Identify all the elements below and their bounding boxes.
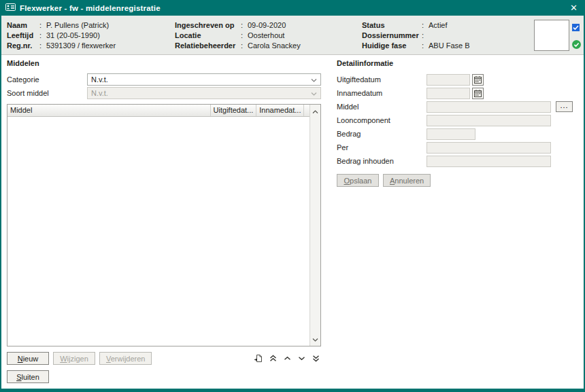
uitgiftedatum-calendar-button[interactable] [472,74,484,86]
bedrag-label: Bedrag [337,130,427,138]
wijzigen-button[interactable]: Wijzigen [53,352,95,365]
categorie-select[interactable]: N.v.t. [87,73,321,86]
uitgiftedatum-input[interactable] [427,74,470,86]
innamedatum-calendar-button[interactable] [472,88,484,99]
header-row-relatiebeheerder: Relatiebeheerder : Carola Snackey [175,41,362,51]
categorie-row: Categorie N.v.t. [7,73,321,86]
uitgiftedatum-label: Uitgiftedatum [337,75,427,84]
looncomponent-label: Looncomponent [337,116,427,124]
regnr-label: Reg.nr. [7,41,39,50]
photo-placeholder [534,20,569,51]
sluiten-button[interactable]: Sluiten [7,370,49,383]
column-header-filler [304,105,310,116]
middelen-table-body[interactable] [7,117,320,346]
locatie-value: Oosterhout [248,31,284,39]
soort-middel-label: Soort middel [7,89,87,97]
dossiernummer-label: Dossiernummer [362,31,422,39]
separator: : [422,41,429,50]
flexwerker-card-icon [5,3,16,12]
close-icon[interactable]: ✕ [570,3,578,12]
naam-label: Naam [7,21,39,29]
double-chevron-down-icon[interactable] [312,355,320,362]
looncomponent-row: Looncomponent [337,113,573,127]
column-header-uitgiftedatum[interactable]: Uitgiftedat... [211,105,257,116]
column-header-innamedatum[interactable]: Innamedat... [256,105,304,116]
verwijderen-button[interactable]: Verwijderen [99,352,152,365]
looncomponent-input[interactable] [427,115,551,126]
chevron-down-nav-icon[interactable] [298,355,305,362]
double-chevron-up-icon[interactable] [269,355,277,362]
header-row-status: Status : Actief [362,20,518,30]
wijzigen-label: Wijzigen [60,355,88,363]
bedrag-inhouden-input[interactable] [427,156,551,167]
status-value: Actief [429,21,448,29]
row-navigation-icons [254,354,321,363]
ingeschreven-label: Ingeschreven op [175,21,241,29]
bedrag-input[interactable] [427,128,475,140]
middelen-table: Middel Uitgiftedat... Innamedat... [7,104,321,346]
middel-label: Middel [337,103,427,111]
relatiebeheerder-value: Carola Snackey [248,41,301,50]
detail-buttons-row: Opslaan Annuleren [337,174,573,187]
huidige-fase-label: Huidige fase [362,41,422,50]
separator: : [422,31,429,39]
header-column-3: Status : Actief Dossiernummer : Huidige … [362,20,518,51]
header-right [534,20,581,51]
scroll-up-icon[interactable] [312,107,318,115]
annuleren-button[interactable]: Annuleren [383,174,431,187]
state-icons [572,20,581,51]
per-row: Per [337,141,573,154]
nieuw-button[interactable]: Nieuw [7,352,49,365]
header-row-regnr: Reg.nr. : 5391309 / flexwerker [7,41,175,51]
annuleren-label: Annuleren [390,177,424,185]
flexwerker-window: Flexwerker - fw - middelenregistratie ✕ … [0,0,585,392]
naam-value: P. Pullens (Patrick) [46,21,109,29]
table-scrollbar[interactable] [310,105,320,346]
categorie-selected-value: N.v.t. [91,75,311,84]
main-area: Middelen Categorie N.v.t. Soort middel N… [1,55,584,389]
chevron-up-icon[interactable] [284,355,291,362]
innamedatum-label: Innamedatum [337,89,427,97]
bedrag-inhouden-row: Bedrag inhouden [337,154,573,168]
detail-panel: Detailinformatie Uitgiftedatum [337,59,573,383]
innamedatum-input[interactable] [427,88,470,99]
middel-input[interactable] [427,101,551,113]
leeftijd-label: Leeftijd [7,31,39,39]
locatie-label: Locatie [175,31,241,39]
bedrag-row: Bedrag [337,127,573,141]
header-column-2: Ingeschreven op : 09-09-2020 Locatie : O… [175,20,362,51]
separator: : [39,41,46,50]
opslaan-button[interactable]: Opslaan [337,174,379,187]
bedrag-inhouden-label: Bedrag inhouden [337,157,427,165]
selected-checkbox[interactable] [572,24,581,33]
separator: : [422,21,429,29]
opslaan-label: Opslaan [344,177,372,185]
innamedatum-row: Innamedatum [337,86,573,100]
middelen-panel: Middelen Categorie N.v.t. Soort middel N… [7,59,321,383]
soort-middel-row: Soort middel N.v.t. [7,86,321,100]
scroll-down-icon[interactable] [312,335,318,343]
categorie-label: Categorie [7,75,87,84]
person-header: Naam : P. Pullens (Patrick) Leeftijd : 3… [1,16,584,55]
middel-lookup-button[interactable]: ... [556,101,573,112]
ingeschreven-value: 09-09-2020 [248,21,286,29]
copy-row-icon[interactable] [254,354,263,363]
soort-middel-select[interactable]: N.v.t. [87,87,321,99]
per-input[interactable] [427,142,551,154]
leeftijd-value: 31 (20-05-1990) [46,31,100,39]
soort-middel-selected-value: N.v.t. [91,89,311,97]
chevron-down-icon [311,75,317,84]
uitgiftedatum-row: Uitgiftedatum [337,73,573,86]
verwijderen-label: Verwijderen [106,355,145,363]
header-row-leeftijd: Leeftijd : 31 (20-05-1990) [7,30,175,40]
status-label: Status [362,21,422,29]
middel-row: Middel ... [337,100,573,113]
separator: : [241,41,248,50]
chevron-down-icon [311,89,317,97]
middelen-title: Middelen [7,59,321,70]
separator: : [39,31,46,39]
separator: : [241,21,248,29]
relatiebeheerder-label: Relatiebeheerder [175,41,241,50]
window-title: Flexwerker - fw - middelenregistratie [20,4,161,12]
column-header-middel[interactable]: Middel [7,105,211,116]
